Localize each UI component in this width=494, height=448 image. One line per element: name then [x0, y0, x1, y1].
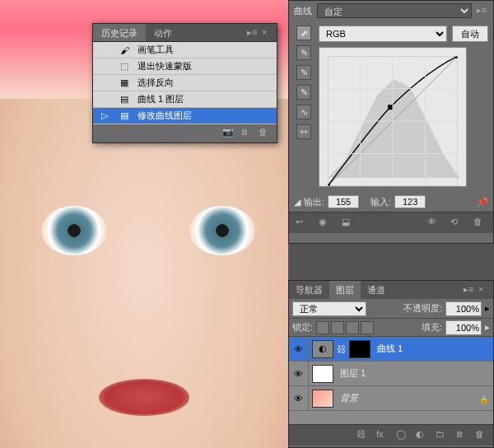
history-item[interactable]: 🖌 画笔工具 — [93, 42, 277, 58]
lock-pixels-icon[interactable] — [331, 321, 344, 334]
eye-left — [41, 206, 107, 255]
lock-row: 锁定: 填充: ▸ — [289, 319, 493, 337]
input-field[interactable] — [394, 195, 426, 208]
history-label: 画笔工具 — [134, 44, 174, 56]
adj-delete-icon[interactable]: 🗑 — [473, 217, 487, 230]
group-icon[interactable]: 🗀 — [436, 429, 449, 442]
mask-icon[interactable]: ◯ — [396, 429, 409, 442]
eye-right — [189, 206, 255, 255]
layer-name: 图层 1 — [337, 367, 366, 380]
output-input-row: ◢ 输出: 输入: 📌 — [289, 192, 493, 212]
output-field[interactable] — [328, 195, 359, 208]
opacity-chevron-icon[interactable]: ▸ — [485, 303, 490, 314]
histogram-toggle-icon[interactable]: ◢ — [294, 197, 301, 208]
brush-icon: 🖌 — [120, 45, 129, 55]
lock-position-icon[interactable] — [346, 321, 359, 334]
tab-actions[interactable]: 动作 — [146, 24, 180, 41]
blend-row: 正常 不透明度: ▸ — [289, 299, 493, 319]
history-tabs: 历史记录 动作 ▸≡ × — [93, 24, 277, 42]
panel-menu-icon[interactable]: ▸≡ — [464, 284, 475, 296]
lock-label: 锁定: — [292, 321, 313, 334]
lock-all-icon[interactable] — [361, 321, 374, 334]
eyedropper-gray-icon[interactable]: ✎ — [296, 65, 311, 80]
adjustments-footer: ↩ ◉ ⬓ ⟲ 🗑 — [289, 212, 493, 233]
new-doc-icon[interactable]: 🗎 — [240, 127, 254, 140]
panel-menu-icon[interactable]: ▸≡ — [477, 5, 488, 16]
new-layer-icon[interactable]: 🗎 — [455, 429, 468, 442]
adj-clip-icon[interactable]: ⬓ — [342, 217, 355, 230]
curve-smooth-icon[interactable]: ∿ — [296, 105, 311, 119]
layer-item[interactable]: 图层 1 — [289, 362, 493, 386]
pin-icon[interactable]: 📌 — [477, 197, 488, 208]
new-snapshot-icon[interactable]: 📷 — [222, 127, 235, 140]
visibility-icon[interactable] — [294, 394, 303, 404]
target-adjust-icon[interactable]: ⬈ — [296, 26, 311, 40]
lock-transparency-icon[interactable] — [316, 321, 329, 334]
auto-button[interactable]: 自动 — [452, 26, 488, 42]
fx-icon[interactable]: fx — [376, 429, 389, 442]
svg-rect-2 — [388, 105, 393, 110]
tab-channels[interactable]: 通道 — [361, 281, 392, 299]
edit-curves-icon: ▤ — [120, 110, 128, 121]
link-layers-icon[interactable]: ⛓ — [357, 429, 370, 442]
eyedropper-black-icon[interactable]: ✎ — [296, 45, 311, 60]
curves-preset-select[interactable]: 自定 — [317, 3, 472, 18]
layer-thumb[interactable] — [312, 390, 333, 408]
lips — [99, 379, 189, 416]
layer-name: 曲线 1 — [374, 343, 403, 355]
panel-menu-icon[interactable]: ▸≡ — [247, 27, 259, 39]
fill-label: 填充: — [422, 321, 442, 334]
adjustment-icon[interactable]: ◐ — [416, 429, 429, 442]
history-list: 🖌 画笔工具 ⬚ 退出快速蒙版 ▦ 选择反向 ▤ 曲线 1 图层 ▷ ▤ 修改曲… — [93, 42, 277, 124]
layers-panel: 导航器 图层 通道 ▸≡ × 正常 不透明度: ▸ 锁定: 填充: ▸ ◐ ⛓ — [288, 280, 494, 448]
curves-title: 曲线 — [294, 5, 312, 17]
input-label: 输入: — [370, 196, 391, 208]
tab-history[interactable]: 历史记录 — [93, 24, 146, 41]
quickmask-icon: ⬚ — [120, 61, 128, 72]
history-label: 修改曲线图层 — [134, 110, 192, 122]
history-item[interactable]: ⬚ 退出快速蒙版 — [93, 58, 277, 75]
fill-chevron-icon[interactable]: ▸ — [485, 322, 490, 333]
panel-close-icon[interactable]: × — [478, 284, 490, 296]
opacity-label: 不透明度: — [403, 302, 442, 315]
history-item-selected[interactable]: ▷ ▤ 修改曲线图层 — [93, 108, 277, 124]
lock-icon — [479, 394, 488, 404]
history-label: 曲线 1 图层 — [134, 93, 184, 105]
curves-graph[interactable] — [319, 47, 467, 187]
history-pointer-icon: ▷ — [101, 110, 108, 121]
delete-layer-icon[interactable]: 🗑 — [475, 429, 488, 442]
curve-pencil-icon[interactable]: ✏ — [296, 124, 311, 139]
layers-footer: ⛓ fx ◯ ◐ 🗀 🗎 🗑 — [289, 424, 493, 446]
layer-thumb[interactable] — [312, 365, 333, 383]
eyedropper-white-icon[interactable]: ✎ — [296, 85, 311, 100]
layer-item-background[interactable]: 背景 — [289, 386, 493, 411]
layer-name: 背景 — [337, 392, 358, 404]
adjustment-thumb[interactable]: ◐ — [312, 340, 333, 358]
history-item[interactable]: ▦ 选择反向 — [93, 75, 277, 91]
tab-layers[interactable]: 图层 — [329, 281, 361, 299]
adj-view-icon[interactable]: ◉ — [319, 217, 332, 230]
delete-icon[interactable]: 🗑 — [259, 127, 272, 140]
blend-mode-select[interactable]: 正常 — [292, 301, 366, 316]
tab-navigator[interactable]: 导航器 — [289, 281, 329, 299]
visibility-icon[interactable] — [294, 369, 303, 379]
history-item[interactable]: ▤ 曲线 1 图层 — [93, 91, 277, 108]
layer-list: ◐ ⛓ 曲线 1 图层 1 背景 — [289, 337, 493, 424]
mask-thumb[interactable] — [349, 340, 370, 358]
curves-tools: ⬈ ✎ ✎ ✎ ∿ ✏ — [294, 26, 314, 187]
fill-input[interactable] — [445, 320, 482, 335]
visibility-icon[interactable] — [294, 344, 303, 354]
curves-layer-icon: ▤ — [120, 94, 128, 105]
panel-close-icon[interactable]: × — [262, 27, 273, 39]
opacity-input[interactable] — [445, 301, 482, 316]
layer-item-curves[interactable]: ◐ ⛓ 曲线 1 — [289, 337, 493, 362]
history-label: 退出快速蒙版 — [134, 60, 192, 72]
channel-select[interactable]: RGB — [319, 26, 447, 42]
history-footer: 📷 🗎 🗑 — [93, 124, 277, 142]
adj-visibility-icon[interactable] — [427, 217, 440, 230]
adj-layer-return-icon[interactable]: ↩ — [296, 217, 309, 230]
link-icon[interactable]: ⛓ — [337, 344, 346, 354]
curve-path — [328, 56, 458, 186]
select-inverse-icon: ▦ — [120, 77, 128, 88]
adj-reset-icon[interactable]: ⟲ — [450, 217, 464, 230]
